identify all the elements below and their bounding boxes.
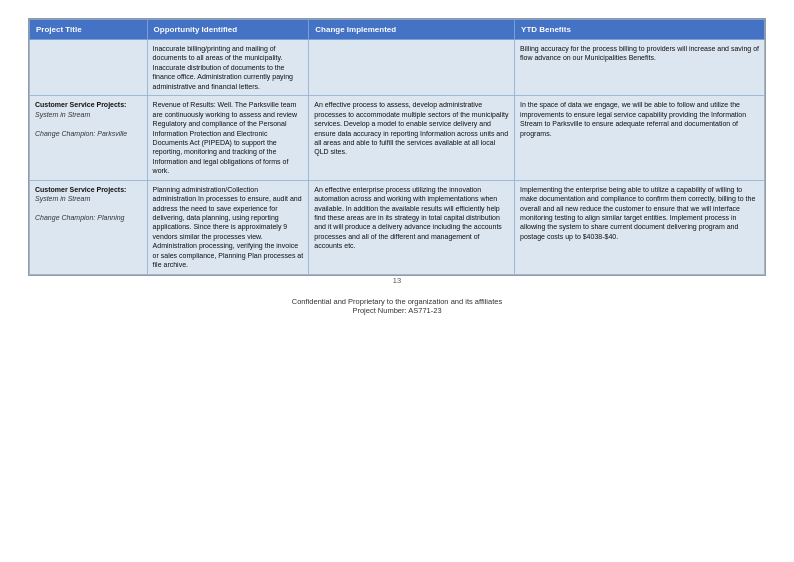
header-project: Project Title xyxy=(30,20,148,40)
header-change: Change Implemented xyxy=(309,20,515,40)
row2-ytd: In the space of data we engage, we will … xyxy=(515,96,765,181)
table-row: Customer Service Projects: System in Str… xyxy=(30,96,765,181)
row1-opportunity: Inaccurate billing/printing and mailing … xyxy=(147,40,309,96)
table-row: Customer Service Projects: System in Str… xyxy=(30,180,765,274)
row3-change: An effective enterprise process utilizin… xyxy=(309,180,515,274)
header-opportunity: Opportunity Identified xyxy=(147,20,309,40)
row1-change xyxy=(309,40,515,96)
row3-opportunity: Planning administration/Collection admin… xyxy=(147,180,309,274)
row3-ytd: Implementing the enterprise being able t… xyxy=(515,180,765,274)
row2-project: Customer Service Projects: System in Str… xyxy=(30,96,148,181)
row2-project-title: Customer Service Projects: xyxy=(35,100,142,109)
row3-project: Customer Service Projects: System in Str… xyxy=(30,180,148,274)
header-ytd: YTD Benefits xyxy=(515,20,765,40)
main-table-wrapper: Project Title Opportunity Identified Cha… xyxy=(28,18,766,276)
row3-project-title: Customer Service Projects: xyxy=(35,185,142,194)
row1-ytd: Billing accuracy for the process billing… xyxy=(515,40,765,96)
row2-change: An effective process to assess, develop … xyxy=(309,96,515,181)
row2-opportunity: Revenue of Results: Well. The Parksville… xyxy=(147,96,309,181)
row3-project-sub: System in Stream Change Champion: Planni… xyxy=(35,194,142,222)
table-row: Inaccurate billing/printing and mailing … xyxy=(30,40,765,96)
benefits-table: Project Title Opportunity Identified Cha… xyxy=(29,19,765,275)
row1-project xyxy=(30,40,148,96)
page-number: 13 xyxy=(393,276,401,285)
footer-text: Confidential and Proprietary to the orga… xyxy=(292,297,502,315)
row2-project-sub: System in Stream Change Champion: Parksv… xyxy=(35,110,142,138)
